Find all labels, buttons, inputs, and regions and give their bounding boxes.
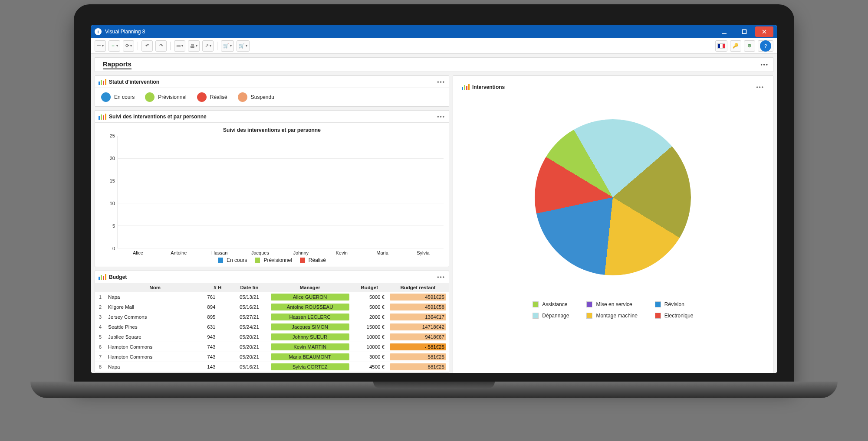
budget-remaining-cell: 14718€42 (390, 323, 446, 330)
menu-button[interactable]: ☰▾ (95, 40, 106, 52)
panel-more-icon[interactable]: ••• (756, 84, 764, 90)
legend-swatch-icon (655, 301, 661, 307)
column-header[interactable]: Budget (352, 283, 388, 292)
table-row[interactable]: 7Hampton Commons74305/20/21Maria BEAUMON… (95, 352, 449, 362)
legend-item[interactable]: En cours (218, 257, 247, 263)
settings-button[interactable]: ⚙ (744, 40, 755, 52)
legend-dot-icon (145, 92, 155, 102)
legend-label: Révision (664, 301, 684, 307)
legend-swatch-icon (655, 313, 661, 319)
add-button[interactable]: ＋▾ (108, 40, 120, 52)
column-header[interactable] (95, 283, 105, 292)
cart-add-button[interactable]: 🛒▾ (221, 40, 234, 52)
table-row[interactable]: 4Seattle Pines63105/24/21Jacques SIMON15… (95, 322, 449, 332)
x-axis-label: Johnny (289, 250, 313, 255)
legend-item[interactable]: Prévisionnel (145, 92, 186, 102)
refresh-button[interactable]: ⟳▾ (123, 40, 134, 52)
undo-button[interactable]: ↶ (141, 40, 153, 52)
table-row[interactable]: 5Jubilee Square94305/20/21Johnny SUEUR10… (95, 332, 449, 342)
panel-more-icon[interactable]: ••• (437, 114, 445, 120)
cart-remove-button[interactable]: 🛒▾ (237, 40, 250, 52)
legend-item[interactable]: Prévisionnel (255, 257, 292, 263)
legend-swatch-icon (533, 301, 539, 307)
bars-icon (462, 84, 470, 90)
panel-budget: Budget ••• Nom# HDate finManagerBudgetBu… (95, 271, 449, 372)
legend-item[interactable]: Suspendu (238, 92, 274, 102)
manager-cell: Johnny SUEUR (271, 333, 349, 340)
pie-chart (535, 119, 691, 275)
panel-suivi: Suivi des interventions et par personne … (95, 110, 449, 267)
x-axis-label: Sylvia (411, 250, 435, 255)
bars-icon (99, 79, 106, 85)
bar-chart-legend: En coursPrévisionnelRéalisé (100, 257, 444, 263)
table-row[interactable]: 1Napa76105/13/21Alice GUERON5000 €4591€2… (95, 292, 449, 302)
redo-button[interactable]: ↷ (155, 40, 167, 52)
budget-remaining-cell: - 581€25 (390, 343, 446, 350)
content-area: Rapports ••• Statut d'intervention ••• E… (91, 54, 777, 373)
legend-label: Assistance (542, 301, 567, 307)
rapports-more-icon[interactable]: ••• (760, 62, 769, 68)
panel-suivi-title: Suivi des interventions et par personne (109, 114, 207, 120)
panel-interventions-title: Interventions (472, 84, 505, 90)
x-axis-label: Hassan (207, 250, 232, 255)
print-button[interactable]: 🖶▾ (188, 40, 200, 52)
window-maximize-button[interactable] (735, 26, 753, 37)
export-button[interactable]: ↗▾ (202, 40, 214, 52)
help-icon: ? (760, 40, 771, 52)
legend-swatch-icon (533, 313, 539, 319)
table-row[interactable]: 2Kilgore Mall89405/16/21Antoine ROUSSEAU… (95, 302, 449, 312)
legend-item[interactable]: Electronique (655, 313, 694, 319)
legend-item[interactable]: Révision (655, 301, 694, 307)
legend-item[interactable]: Montage machine (586, 313, 637, 319)
legend-item[interactable]: Assistance (533, 301, 569, 307)
help-button[interactable]: ? (758, 40, 773, 52)
legend-label: En cours (227, 257, 247, 263)
chart-title: Suivi des interventions et par personne (100, 127, 444, 133)
column-header[interactable]: Manager (268, 283, 352, 292)
manager-cell: Kevin MARTIN (271, 343, 349, 350)
key-button[interactable]: 🔑 (730, 40, 741, 52)
rapports-header: Rapports ••• (95, 57, 773, 72)
budget-table: Nom# HDate finManagerBudgetBudget restan… (95, 283, 449, 372)
app-window: i Visual Planning 8 ☰▾ ＋▾ ⟳▾ ↶ ↷ ▭▾ 🖶▾ (91, 25, 777, 373)
budget-remaining-cell: 881€25 (390, 363, 446, 370)
legend-item[interactable]: Mise en service (586, 301, 637, 307)
legend-swatch-icon (586, 313, 592, 319)
panel-more-icon[interactable]: ••• (437, 274, 445, 280)
panel-more-icon[interactable]: ••• (437, 79, 445, 85)
legend-item[interactable]: Réalisé (197, 92, 227, 102)
main-toolbar: ☰▾ ＋▾ ⟳▾ ↶ ↷ ▭▾ 🖶▾ ↗▾ 🛒▾ 🛒▾ 🔑 ⚙ ? (91, 38, 777, 54)
column-header[interactable]: Budget restant (387, 283, 449, 292)
window-close-button[interactable] (755, 26, 773, 37)
legend-item[interactable]: En cours (101, 92, 135, 102)
panel-interventions: Interventions ••• AssistanceMise en serv… (453, 75, 773, 373)
panel-statut: Statut d'intervention ••• En coursPrévis… (95, 75, 449, 107)
legend-swatch-icon (218, 258, 223, 263)
manager-cell: Alice GUERON (271, 294, 349, 301)
window-minimize-button[interactable] (715, 26, 733, 37)
table-row[interactable]: 6Hampton Commons74305/20/21Kevin MARTIN1… (95, 342, 449, 352)
bars-icon (99, 114, 106, 120)
manager-cell: Sylvia CORTEZ (271, 363, 349, 370)
column-header[interactable]: Nom (105, 283, 204, 292)
table-row[interactable]: 3Jersey Commons89505/27/21Hassan LECLERC… (95, 312, 449, 322)
legend-dot-icon (238, 92, 247, 102)
layout-button[interactable]: ▭▾ (174, 40, 185, 52)
panel-statut-title: Statut d'intervention (109, 79, 159, 85)
legend-label: Dépannage (542, 313, 569, 319)
legend-item[interactable]: Dépannage (533, 313, 569, 319)
budget-remaining-cell: 4591€25 (390, 294, 446, 301)
app-title: Visual Planning 8 (105, 29, 145, 35)
table-row[interactable]: 8Napa14305/16/21Sylvia CORTEZ4500 €881€2… (95, 362, 449, 372)
legend-item[interactable]: Réalisé (300, 257, 326, 263)
x-axis-label: Antoine (167, 250, 191, 255)
column-header[interactable]: # H (204, 283, 230, 292)
column-header[interactable]: Date fin (230, 283, 268, 292)
language-button[interactable] (715, 40, 727, 52)
legend-label: Montage machine (596, 313, 637, 319)
legend-label: Réalisé (309, 257, 326, 263)
budget-remaining-cell: 9418€67 (390, 333, 446, 340)
manager-cell: Hassan LECLERC (271, 314, 349, 320)
legend-label: Suspendu (251, 94, 274, 100)
svg-rect-1 (743, 30, 746, 34)
